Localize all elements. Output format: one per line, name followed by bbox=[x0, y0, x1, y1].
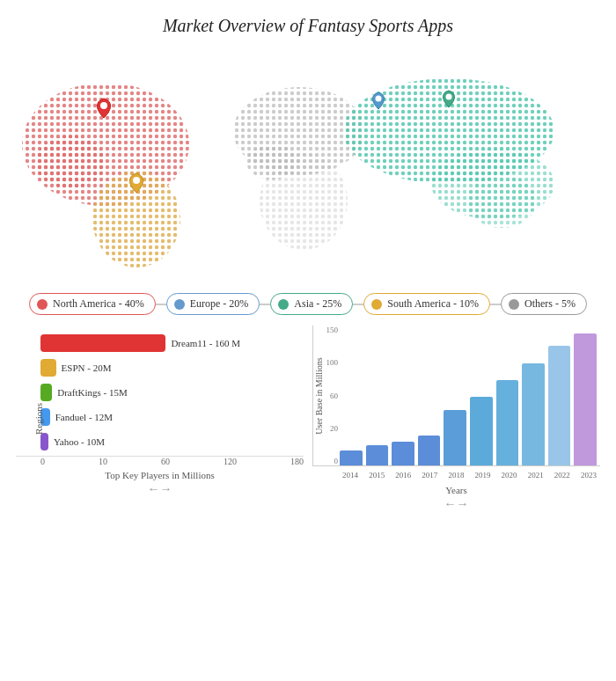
arrow-right: ←→ bbox=[312, 497, 600, 511]
right-bar-col bbox=[574, 333, 597, 465]
svg-point-12 bbox=[466, 175, 537, 228]
legend-north-america: North America - 40% bbox=[29, 293, 156, 315]
bar-row: Yahoo - 10M bbox=[40, 433, 304, 450]
y-tick: 150 bbox=[315, 326, 338, 334]
right-bar bbox=[470, 397, 493, 465]
world-map bbox=[0, 43, 616, 289]
right-bar bbox=[522, 363, 545, 465]
right-bar-col bbox=[366, 445, 389, 465]
x-axis-left: 01060120180 bbox=[16, 456, 304, 466]
right-x-label: 2015 bbox=[365, 471, 388, 480]
y-tick: 20 bbox=[315, 424, 338, 433]
bar-rect bbox=[40, 384, 52, 401]
bar-label: Yahoo - 10M bbox=[54, 436, 105, 447]
right-bar bbox=[444, 410, 466, 465]
bar-chart-right-inner: 15010060200 bbox=[312, 326, 600, 466]
legend-label-south-america: South America - 10% bbox=[387, 297, 479, 311]
right-x-label: 2017 bbox=[418, 471, 441, 480]
right-x-label: 2016 bbox=[392, 471, 414, 480]
right-x-label: 2014 bbox=[339, 471, 362, 480]
legend-dot-north-america bbox=[37, 299, 48, 310]
right-bar bbox=[574, 333, 597, 465]
y-tick: 60 bbox=[315, 392, 338, 400]
right-bar bbox=[392, 442, 414, 465]
right-x-label: 2023 bbox=[577, 471, 600, 480]
x-tick: 10 bbox=[99, 457, 107, 466]
right-x-label: 2022 bbox=[551, 471, 574, 480]
right-bar-col bbox=[548, 346, 571, 465]
legend-dot-asia bbox=[278, 299, 289, 310]
legend-dot-south-america bbox=[371, 299, 382, 310]
legend-strip: North America - 40% Europe - 20% Asia - … bbox=[0, 293, 616, 315]
x-tick: 180 bbox=[290, 457, 304, 466]
legend-south-america: South America - 10% bbox=[363, 293, 490, 315]
legend-dot-europe bbox=[174, 299, 185, 310]
y-tick: 0 bbox=[315, 457, 338, 465]
bar-chart-right: User Base in Millions 15010060200 201420… bbox=[312, 326, 600, 511]
right-bar bbox=[340, 450, 363, 465]
right-bar bbox=[418, 436, 441, 465]
svg-point-15 bbox=[376, 96, 382, 102]
right-x-label: 2021 bbox=[524, 471, 547, 480]
x-tick: 0 bbox=[40, 457, 45, 466]
bar-row: Fanduel - 12M bbox=[40, 408, 304, 426]
svg-point-14 bbox=[133, 177, 140, 184]
bar-row: ESPN - 20M bbox=[40, 359, 304, 377]
arrow-left: ←→ bbox=[16, 482, 304, 496]
x-title-right: Years bbox=[312, 485, 600, 495]
legend-label-europe: Europe - 20% bbox=[190, 297, 249, 311]
right-bar-col bbox=[418, 436, 441, 465]
legend-label-others: Others - 5% bbox=[524, 297, 576, 311]
svg-point-13 bbox=[100, 102, 107, 109]
bar-label: Dream11 - 160 M bbox=[171, 338, 240, 348]
right-y-ticks: 15010060200 bbox=[315, 326, 338, 465]
bar-rect bbox=[40, 433, 48, 450]
bar-row: Dream11 - 160 M bbox=[40, 334, 304, 352]
right-bar bbox=[366, 445, 389, 465]
x-tick: 120 bbox=[224, 457, 237, 466]
legend-europe: Europe - 20% bbox=[166, 293, 260, 315]
bar-rect bbox=[40, 359, 56, 377]
svg-point-16 bbox=[446, 94, 452, 100]
y-axis-label-left: Regions bbox=[33, 402, 44, 434]
right-bar-col bbox=[470, 397, 493, 465]
x-title-left: Top Key Players in Millions bbox=[16, 470, 304, 480]
y-tick: 100 bbox=[315, 358, 338, 367]
legend-label-asia: Asia - 25% bbox=[294, 297, 341, 311]
right-bar-col bbox=[340, 450, 363, 465]
bar-rect bbox=[40, 334, 165, 352]
right-bar-col bbox=[522, 363, 545, 465]
bar-label: Fanduel - 12M bbox=[55, 412, 113, 422]
svg-point-5 bbox=[35, 135, 106, 188]
page-title: Market Overview of Fantasy Sports Apps bbox=[0, 0, 616, 43]
right-x-label: 2020 bbox=[498, 471, 521, 480]
legend-dot-others bbox=[509, 299, 519, 310]
x-tick: 60 bbox=[161, 457, 170, 466]
right-bar-col bbox=[444, 410, 466, 465]
x-labels-right: 2014201520162017201820192020202120222023 bbox=[312, 468, 600, 480]
right-x-label: 2018 bbox=[444, 471, 467, 480]
right-bar-col bbox=[392, 442, 414, 465]
legend-others: Others - 5% bbox=[501, 293, 587, 315]
legend-label-north-america: North America - 40% bbox=[53, 297, 144, 311]
bar-label: ESPN - 20M bbox=[62, 362, 112, 373]
right-bar bbox=[548, 346, 571, 465]
right-bar bbox=[496, 380, 519, 465]
legend-asia: Asia - 25% bbox=[270, 293, 353, 315]
bar-row: DraftKings - 15M bbox=[40, 384, 304, 401]
bar-label: DraftKings - 15M bbox=[57, 387, 127, 398]
right-x-label: 2019 bbox=[471, 471, 494, 480]
bar-chart-left: Regions Dream11 - 160 MESPN - 20MDraftKi… bbox=[16, 326, 304, 511]
svg-point-9 bbox=[260, 153, 348, 250]
charts-row: Regions Dream11 - 160 MESPN - 20MDraftKi… bbox=[0, 326, 616, 511]
right-bar-col bbox=[496, 380, 519, 465]
bar-rows: Dream11 - 160 MESPN - 20MDraftKings - 15… bbox=[16, 326, 304, 450]
